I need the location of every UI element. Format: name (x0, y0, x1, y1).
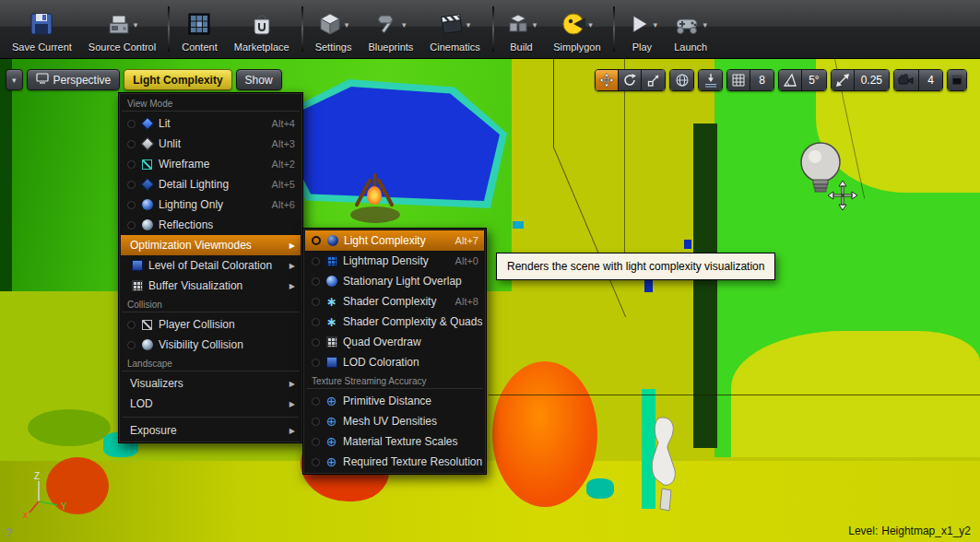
window-rect (513, 221, 524, 229)
scale-snap-value[interactable]: 0.25 (855, 70, 889, 90)
scale-snap-group: 0.25 (831, 69, 890, 91)
transform-toolbar: 8 5° 0.25 4 (595, 69, 967, 91)
detail-lighting-icon (140, 178, 153, 191)
launch-button[interactable]: ▾ Launch (666, 2, 715, 56)
wire-line (553, 59, 554, 147)
menu-item-unlit[interactable]: Unlit Alt+3 (121, 134, 301, 154)
help-icon[interactable]: ? (6, 526, 12, 539)
dropdown-caret-icon[interactable]: ▾ (703, 20, 707, 29)
camera-speed-button[interactable] (894, 70, 919, 90)
campfire-flame (367, 186, 382, 205)
menu-item-lit[interactable]: Lit Alt+4 (121, 113, 301, 134)
content-browser-button[interactable]: Content (173, 2, 226, 56)
level-value: Heightmap_x1_y2 (881, 524, 971, 537)
simplygon-icon (561, 12, 585, 38)
light-complexity-hotspot-orange (492, 361, 597, 507)
submenu-item-lod-coloration[interactable]: LOD Coloration (305, 352, 484, 372)
radio-icon (127, 140, 136, 148)
show-flags-button[interactable]: Show (236, 69, 282, 90)
rotate-icon (622, 73, 637, 88)
translate-tool-button[interactable] (596, 70, 619, 90)
toolbar-button-label: Blueprints (368, 41, 413, 53)
play-button[interactable]: ▾ Play (619, 2, 667, 56)
campfire-shadow (350, 206, 400, 223)
submenu-item-lightmap-density[interactable]: Lightmap Density Alt+0 (305, 251, 484, 271)
submenu-arrow-icon: ▶ (289, 282, 295, 290)
blueprints-button[interactable]: ▾ Blueprints (360, 2, 421, 56)
menu-item-label: Wireframe (159, 158, 263, 171)
radio-icon (127, 221, 136, 230)
dropdown-caret-icon[interactable]: ▾ (134, 20, 138, 29)
submenu-item-light-complexity[interactable]: Light Complexity Alt+7 (305, 230, 484, 251)
dropdown-caret-icon[interactable]: ▾ (654, 20, 658, 29)
dropdown-caret-icon[interactable]: ▾ (402, 20, 407, 29)
dropdown-caret-icon[interactable]: ▾ (345, 20, 349, 29)
scale-tool-button[interactable] (642, 70, 665, 90)
save-current-button[interactable]: Save Current (4, 2, 80, 56)
marketplace-button[interactable]: Marketplace (226, 2, 298, 56)
world-local-toggle-button[interactable] (670, 70, 693, 90)
radio-icon (312, 397, 320, 406)
submenu-item-mesh-uv-densities[interactable]: ⊕ Mesh UV Densities (305, 411, 484, 431)
scale-snap-toggle-button[interactable] (832, 70, 855, 90)
submenu-item-material-texture-scales[interactable]: ⊕ Material Texture Scales (305, 431, 484, 452)
cinematics-button[interactable]: ▾ Cinematics (421, 2, 488, 56)
rotation-snap-group: 5° (778, 69, 826, 91)
rotation-snap-value[interactable]: 5° (802, 70, 825, 90)
menu-item-detail-lighting[interactable]: Detail Lighting Alt+5 (121, 174, 301, 194)
menu-item-wireframe[interactable]: Wireframe Alt+2 (121, 154, 301, 174)
menu-item-lod[interactable]: LOD ▶ (121, 394, 301, 414)
radio-icon (312, 298, 320, 306)
viewport-options-button[interactable]: ▾ (6, 69, 23, 90)
menu-item-optimization-viewmodes[interactable]: Optimization Viewmodes ▶ (121, 235, 301, 255)
menu-item-label: Shader Complexity (343, 295, 446, 308)
rotate-tool-button[interactable] (619, 70, 642, 90)
build-button[interactable]: ▾ Build (498, 2, 546, 56)
grid-snap-toggle-button[interactable] (727, 70, 750, 90)
submenu-item-shader-complexity-quads[interactable]: ∗ Shader Complexity & Quads (305, 312, 484, 332)
radio-icon (127, 341, 136, 349)
menu-item-label: Level of Detail Coloration (148, 259, 282, 272)
save-icon (30, 12, 53, 38)
horizon-line (489, 395, 980, 395)
maximize-viewport-button[interactable] (948, 70, 966, 90)
maximize-icon (951, 75, 962, 86)
menu-item-shortcut: Alt+5 (272, 179, 295, 190)
settings-button[interactable]: ▾ Settings (307, 2, 360, 56)
menu-item-buffer-visualization[interactable]: Buffer Visualization ▶ (121, 276, 301, 296)
menu-item-label: Material Texture Scales (343, 435, 478, 448)
submenu-item-shader-complexity[interactable]: ∗ Shader Complexity Alt+8 (305, 291, 484, 312)
statue-mesh[interactable] (640, 415, 688, 520)
menu-item-player-collision[interactable]: Player Collision (121, 314, 301, 335)
surface-snap-button[interactable] (699, 70, 722, 90)
submenu-item-required-texture-resolution[interactable]: ⊕ Required Texture Resolution (305, 452, 484, 472)
camera-speed-value[interactable]: 4 (919, 70, 942, 90)
menu-item-exposure[interactable]: Exposure ▶ (121, 420, 301, 441)
grid-snap-value[interactable]: 8 (750, 70, 773, 90)
menu-item-shortcut: Alt+2 (272, 159, 295, 170)
point-light-gizmo[interactable] (791, 138, 865, 227)
submenu-item-quad-overdraw[interactable]: Quad Overdraw (305, 332, 484, 352)
camera-mode-button[interactable]: Perspective (27, 69, 121, 90)
submenu-item-stationary-light-overlap[interactable]: Stationary Light Overlap (305, 271, 484, 291)
dropdown-caret-icon[interactable]: ▾ (533, 20, 537, 29)
menu-item-level-of-detail-coloration[interactable]: Level of Detail Coloration ▶ (121, 255, 301, 276)
level-label: Level: (848, 524, 878, 537)
menu-item-visualizers[interactable]: Visualizers ▶ (121, 373, 301, 394)
dropdown-caret-icon[interactable]: ▾ (466, 20, 471, 29)
dropdown-caret-icon[interactable]: ▾ (588, 20, 593, 29)
simplygon-button[interactable]: ▾ Simplygon (545, 2, 608, 56)
menu-item-lighting-only[interactable]: Lighting Only Alt+6 (121, 194, 301, 215)
unreal-editor-window: Save Current ▾ Source Control Content Ma… (0, 0, 980, 542)
menu-item-label: Lightmap Density (343, 254, 446, 267)
lod-coloration-icon (326, 357, 337, 368)
view-mode-button[interactable]: Light Complexity (124, 69, 231, 90)
source-control-button[interactable]: ▾ Source Control (80, 2, 164, 56)
submenu-item-primitive-distance[interactable]: ⊕ Primitive Distance (305, 391, 484, 411)
menu-item-visibility-collision[interactable]: Visibility Collision (121, 335, 301, 355)
rotation-snap-toggle-button[interactable] (779, 70, 802, 90)
maximize-group (947, 69, 967, 91)
player-collision-icon (142, 320, 152, 330)
campfire-object[interactable] (348, 170, 402, 225)
menu-item-reflections[interactable]: Reflections (121, 215, 301, 235)
